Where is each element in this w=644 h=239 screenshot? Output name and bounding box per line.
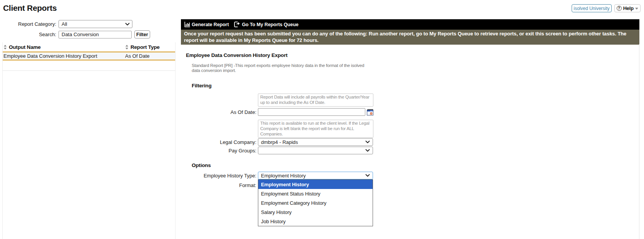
report-description: Standard Report [PR] -This report export… [192,63,367,73]
employee-history-type-label: Employee History Type: [181,173,256,179]
pay-groups-row: Pay Groups: [181,147,373,154]
column-header-output-name[interactable]: Output Name [3,44,125,50]
report-title: Employee Data Conversion History Export [186,52,288,58]
search-row: Search: Filter [0,30,150,38]
as-of-date-label: As Of Date: [181,109,256,115]
reports-table-header: Output Name Report Type [3,42,175,52]
help-question-icon: ? [617,6,622,11]
pay-groups-label: Pay Groups: [181,148,256,154]
legal-company-select[interactable]: dmbrp4 - Rapids [258,138,373,146]
go-to-my-reports-queue-button[interactable]: Go To My Reports Queue [234,22,298,27]
panel-right-border [639,44,639,239]
cell-output-name: Employee Data Conversion History Export [3,53,125,59]
history-type-dropdown: Employment History Employment Status His… [258,179,373,226]
chevron-down-icon [365,140,370,144]
legal-company-help-text: This report is available to run at the c… [258,120,373,138]
help-button-label: Help [623,5,634,11]
employee-history-type-value: Employment History [261,173,306,179]
as-of-date-help-row: Report Data will include all payrolls wi… [181,94,373,107]
chevron-down-icon [365,149,370,152]
help-button[interactable]: ? Help [614,4,641,12]
page-title: Client Reports [3,3,57,13]
reports-table-body: Employee Data Conversion History Export … [3,52,175,60]
report-toolbar: Generate Report Go To My Reports Queue [181,19,639,30]
search-input[interactable] [59,31,132,38]
report-category-row: Report Category: All [0,20,132,28]
sort-icon [125,45,129,50]
column-header-report-type[interactable]: Report Type [125,44,160,50]
format-label: Format: [181,182,256,188]
report-category-value: All [62,21,67,27]
dropdown-option[interactable]: Employment History [258,180,373,189]
table-row[interactable]: Employee Data Conversion History Export … [3,52,175,60]
dropdown-option[interactable]: Employment Category History [258,198,373,207]
legal-company-label: Legal Company: [181,139,256,145]
column-header-label: Output Name [9,44,41,50]
table-empty-row [3,60,175,71]
dropdown-option[interactable]: Employment Status History [258,189,373,198]
generate-report-button[interactable]: Generate Report [184,22,229,27]
dropdown-option[interactable]: Salary History [258,207,373,217]
bar-chart-icon [184,22,190,27]
calendar-icon[interactable] [367,109,373,115]
dropdown-option[interactable]: Job History [258,217,373,226]
pay-groups-select[interactable] [258,147,373,154]
cell-report-type: As Of Date [125,53,150,59]
legal-company-help-row: This report is available to run at the c… [181,120,373,138]
as-of-date-row: As Of Date: [181,108,373,116]
employee-history-type-row: Employee History Type: Employment Histor… [181,172,373,179]
legal-company-row: Legal Company: dmbrp4 - Rapids [181,138,373,146]
legal-company-value: dmbrp4 - Rapids [261,139,298,145]
as-of-date-help-text: Report Data will include all payrolls wi… [258,94,373,107]
filter-button[interactable]: Filter [134,30,150,38]
options-heading: Options [192,162,211,168]
share-square-icon [234,22,240,27]
sort-icon [3,45,7,50]
caret-down-icon [635,8,638,10]
as-of-date-input[interactable] [258,108,365,116]
search-label: Search: [0,32,56,37]
report-category-select[interactable]: All [59,20,132,28]
chevron-down-icon [125,23,130,26]
filtering-heading: Filtering [192,83,211,89]
reports-table: Output Name Report Type Employee Data Co… [2,42,176,239]
isolved-university-button[interactable]: isolved University [572,4,611,12]
employee-history-type-select[interactable]: Employment History [258,172,373,179]
header-actions: isolved University ? Help [572,4,641,12]
chevron-down-icon [365,174,370,177]
report-category-label: Report Category: [0,21,56,27]
column-header-label: Report Type [130,44,160,50]
go-to-queue-label: Go To My Reports Queue [242,22,298,27]
generate-report-label: Generate Report [192,22,229,27]
notice-message: Once your report request has been submit… [181,30,639,45]
